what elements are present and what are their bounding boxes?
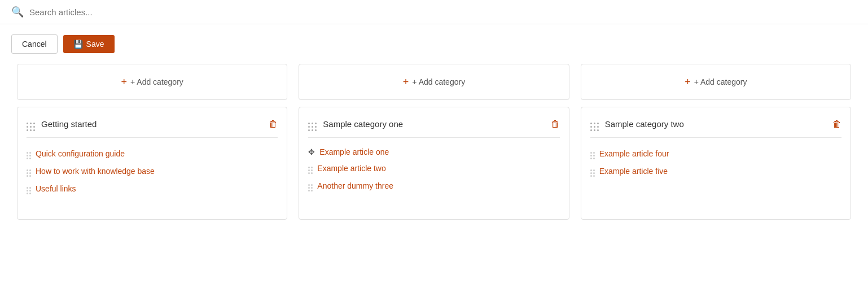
add-icon-1: + <box>121 76 128 88</box>
category-card-3: Sample category two 🗑 Example article fo… <box>581 107 851 220</box>
article-item: Quick configuration guide <box>27 145 278 162</box>
add-category-button-3[interactable]: + + Add category <box>581 64 851 100</box>
cancel-button[interactable]: Cancel <box>11 34 58 54</box>
column-3: + + Add category Sample category two 🗑 <box>575 64 857 231</box>
article-link[interactable]: Example article one <box>319 147 389 156</box>
article-link[interactable]: Example article four <box>599 149 669 158</box>
article-drag-handle[interactable] <box>308 162 313 174</box>
article-link[interactable]: Another dummy three <box>317 181 393 190</box>
add-category-label-3: + Add category <box>694 77 747 86</box>
columns-grid: + + Add category Getting started 🗑 <box>0 64 868 231</box>
delete-category-1[interactable]: 🗑 <box>269 119 278 129</box>
category-drag-handle-3[interactable] <box>590 116 599 132</box>
article-drag-handle[interactable] <box>590 147 595 159</box>
article-move-handle[interactable]: ✥ <box>308 147 315 156</box>
category-card-1: Getting started 🗑 Quick configuration gu… <box>17 107 287 220</box>
category-header-3: Sample category two 🗑 <box>590 116 841 138</box>
add-category-label-1: + Add category <box>130 77 183 86</box>
toolbar: Cancel 💾 Save <box>0 24 868 64</box>
article-link[interactable]: Example article five <box>599 167 668 176</box>
delete-category-3[interactable]: 🗑 <box>832 119 841 129</box>
delete-category-2[interactable]: 🗑 <box>551 119 560 129</box>
article-item: Example article two <box>308 159 559 177</box>
article-item: Example article five <box>590 162 841 180</box>
add-icon-3: + <box>685 76 691 88</box>
article-link[interactable]: Quick configuration guide <box>36 149 125 158</box>
article-drag-handle[interactable] <box>27 165 31 177</box>
category-title-2: Sample category one <box>323 119 545 129</box>
save-icon: 💾 <box>73 40 83 49</box>
article-drag-handle[interactable] <box>308 180 313 191</box>
add-icon-2: + <box>403 76 409 88</box>
category-card-2: Sample category one 🗑 ✥ Example article … <box>299 107 569 220</box>
article-item: Useful links <box>27 180 278 197</box>
category-title-1: Getting started <box>41 119 263 129</box>
article-link[interactable]: Useful links <box>36 184 76 193</box>
search-bar: 🔍 <box>0 0 868 24</box>
article-drag-handle[interactable] <box>27 182 31 194</box>
add-category-button-2[interactable]: + + Add category <box>299 64 569 100</box>
article-link[interactable]: How to work with knowledge base <box>36 167 155 176</box>
article-drag-handle[interactable] <box>27 147 31 159</box>
add-category-label-2: + Add category <box>412 77 465 86</box>
add-category-button-1[interactable]: + + Add category <box>17 64 287 100</box>
category-drag-handle-1[interactable] <box>27 116 36 132</box>
column-2: + + Add category Sample category one 🗑 ✥… <box>293 64 575 231</box>
article-drag-handle[interactable] <box>590 165 595 177</box>
article-item: Another dummy three <box>308 177 559 194</box>
category-drag-handle-2[interactable] <box>308 116 317 132</box>
article-item: ✥ Example article one <box>308 145 559 159</box>
category-title-3: Sample category two <box>605 119 827 129</box>
column-1: + + Add category Getting started 🗑 <box>11 64 293 231</box>
search-input[interactable] <box>29 7 857 17</box>
article-item: Example article four <box>590 145 841 162</box>
category-header-1: Getting started 🗑 <box>27 116 278 138</box>
search-icon: 🔍 <box>11 6 24 18</box>
category-header-2: Sample category one 🗑 <box>308 116 559 138</box>
article-link[interactable]: Example article two <box>317 164 385 173</box>
save-button[interactable]: 💾 Save <box>63 35 115 53</box>
article-item: How to work with knowledge base <box>27 162 278 180</box>
